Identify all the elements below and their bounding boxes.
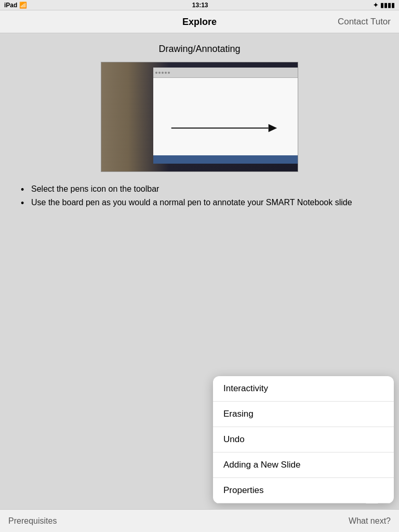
video-inner — [101, 62, 298, 171]
dropdown-item-undo[interactable]: Undo — [213, 427, 394, 453]
toolbar-dot-1 — [155, 72, 157, 74]
prerequisites-button[interactable]: Prerequisites — [8, 516, 57, 526]
battery-icon: ▮▮▮▮ — [380, 2, 395, 9]
carrier-label: iPad — [4, 2, 17, 9]
contact-tutor-button[interactable]: Contact Tutor — [338, 17, 391, 27]
toolbar-dot-5 — [168, 72, 170, 74]
what-next-button[interactable]: What next? — [349, 516, 391, 526]
dropdown-item-adding-slide[interactable]: Adding a New Slide — [213, 453, 394, 478]
video-container[interactable] — [16, 62, 383, 172]
whiteboard — [153, 78, 298, 164]
bullet-item-2: Use the board pen as you would a normal … — [21, 196, 378, 209]
status-right: ✦ ▮▮▮▮ — [373, 2, 395, 9]
wifi-icon: 📶 — [19, 2, 27, 9]
bottom-bar: Prerequisites What next? — [0, 509, 399, 532]
main-content: Drawing/Annotating — [0, 33, 399, 230]
screen-toolbar — [153, 68, 298, 78]
status-bar: iPad 📶 13:13 ✦ ▮▮▮▮ — [0, 0, 399, 10]
toolbar-dot-3 — [162, 72, 164, 74]
dropdown-tail — [366, 503, 378, 503]
status-time: 13:13 — [192, 2, 208, 9]
drawn-arrow — [168, 108, 283, 142]
screen-content — [153, 68, 298, 164]
page-title: Drawing/Annotating — [16, 44, 383, 55]
dropdown-popup: Interactivity Erasing Undo Adding a New … — [213, 376, 394, 503]
svg-marker-1 — [268, 124, 277, 132]
bluetooth-icon: ✦ — [373, 2, 378, 9]
status-left: iPad 📶 — [4, 2, 27, 9]
video-thumbnail[interactable] — [101, 62, 298, 172]
bullet-item-1: Select the pens icon on the toolbar — [21, 182, 378, 196]
dropdown-item-interactivity[interactable]: Interactivity — [213, 376, 394, 402]
bullet-list: Select the pens icon on the toolbar Use … — [16, 182, 383, 209]
toolbar-dot-2 — [158, 72, 161, 74]
dropdown-item-erasing[interactable]: Erasing — [213, 402, 394, 427]
dropdown-item-properties[interactable]: Properties — [213, 478, 394, 503]
screen-taskbar — [153, 155, 298, 164]
nav-bar: Explore Contact Tutor — [0, 10, 399, 33]
nav-title: Explore — [182, 10, 217, 33]
toolbar-dot-4 — [165, 72, 167, 74]
